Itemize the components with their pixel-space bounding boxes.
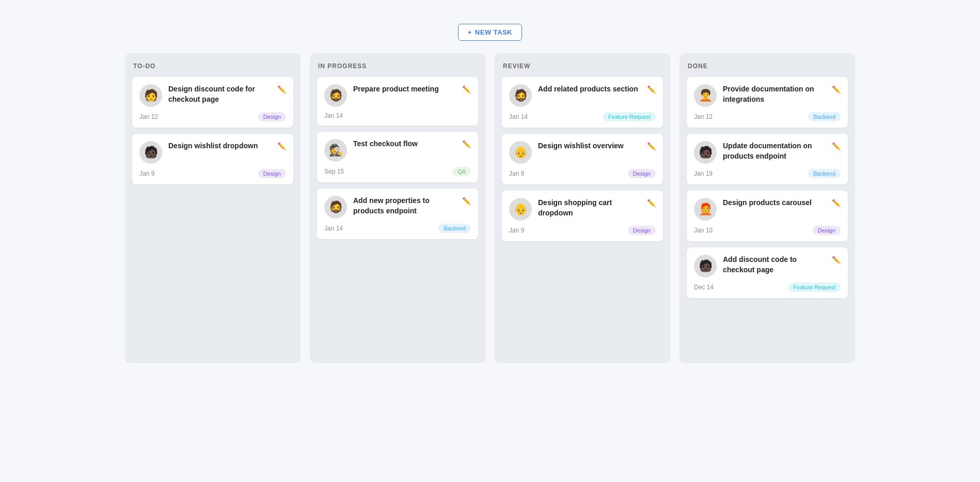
card-tag: Backend	[808, 169, 841, 178]
avatar: 🧑‍🦰	[694, 198, 717, 221]
avatar: 🧔	[509, 84, 532, 107]
new-task-button[interactable]: + NEW TASK	[458, 24, 522, 41]
card: 🧑🏿Add discount code to checkout page✏️De…	[687, 247, 848, 298]
card-top: 🧔Add related products section✏️	[509, 84, 656, 107]
card-top: 🧑‍🦱Provide documentation on integrations…	[694, 84, 841, 107]
column-header-review: REVIEW	[502, 63, 663, 70]
column-header-done: DONE	[687, 63, 848, 70]
edit-icon[interactable]: ✏️	[832, 85, 841, 94]
avatar: 🧔	[324, 196, 347, 219]
card-tag: QA	[452, 167, 471, 176]
edit-icon[interactable]: ✏️	[647, 199, 656, 207]
card: 🧔Add related products section✏️Jan 14Fea…	[502, 77, 663, 128]
card-top: 🧑🏿Design wishlist dropdown✏️	[139, 141, 286, 164]
card-title: Design products carousel	[723, 198, 826, 208]
card-top: 🧑🏿Add discount code to checkout page✏️	[694, 255, 841, 277]
edit-icon[interactable]: ✏️	[462, 197, 471, 205]
card-title-area: Design shopping cart dropdown	[538, 198, 641, 218]
card: 🧔Add new properties to products endpoint…	[317, 189, 478, 239]
edit-icon[interactable]: ✏️	[647, 85, 656, 94]
card-tag: Design	[813, 226, 841, 235]
card-title: Add related products section	[538, 84, 641, 95]
edit-icon[interactable]: ✏️	[832, 256, 841, 264]
cards-list-todo: 🧑Design discount code for checkout page✏…	[132, 77, 293, 184]
card: 👴Design shopping cart dropdown✏️Jan 9Des…	[502, 191, 663, 241]
avatar: 🧑🏿	[694, 255, 717, 277]
plus-icon: +	[468, 28, 472, 36]
card-tag: Feature Request	[603, 112, 656, 121]
edit-icon[interactable]: ✏️	[277, 142, 286, 150]
edit-icon[interactable]: ✏️	[832, 199, 841, 207]
column-todo: TO-DO🧑Design discount code for checkout …	[125, 53, 301, 363]
page-header: + NEW TASK	[10, 24, 970, 41]
card-date: Jan 9	[509, 227, 524, 234]
card-top: 🧑Design discount code for checkout page✏…	[139, 84, 286, 107]
card-date: Jan 12	[139, 113, 158, 120]
card-bottom: Jan 12Design	[139, 112, 286, 121]
avatar: 🧑🏿	[694, 141, 717, 164]
cards-list-review: 🧔Add related products section✏️Jan 14Fea…	[502, 77, 663, 241]
column-header-todo: TO-DO	[132, 63, 293, 70]
cards-list-done: 🧑‍🦱Provide documentation on integrations…	[687, 77, 848, 298]
card-top: 🕵️Test checkout flow✏️	[324, 139, 471, 162]
cards-list-inprogress: 🧔Prepare product meeting✏️Jan 14🕵️Test c…	[317, 77, 478, 239]
card-title: Design discount code for checkout page	[168, 84, 271, 104]
card-tag: Design	[628, 226, 656, 235]
card-tag: Design	[628, 169, 656, 178]
card-title: Test checkout flow	[353, 139, 456, 149]
card: 🕵️Test checkout flow✏️Sep 15QA	[317, 132, 478, 182]
avatar: 👴	[509, 141, 532, 164]
card-title: Update documentation on products endpoin…	[723, 141, 826, 161]
card-tag: Backend	[438, 224, 471, 233]
card-title-area: Add new properties to products endpoint	[353, 196, 456, 216]
edit-icon[interactable]: ✏️	[832, 142, 841, 150]
card-title: Design shopping cart dropdown	[538, 198, 641, 218]
card-title-area: Update documentation on products endpoin…	[723, 141, 826, 161]
card-title: Prepare product meeting	[353, 84, 456, 95]
card-date: Jan 9	[139, 170, 154, 177]
card-bottom: Jan 9Design	[509, 226, 656, 235]
card-date: Jan 8	[509, 170, 524, 177]
card-date: Dec 14	[694, 284, 714, 291]
card-top: 👴Design shopping cart dropdown✏️	[509, 198, 656, 221]
card-top: 👴Design wishlist overview✏️	[509, 141, 656, 164]
card-top: 🧑‍🦰Design products carousel✏️	[694, 198, 841, 221]
card-title-area: Add discount code to checkout page	[723, 255, 826, 275]
card-bottom: Jan 19Backend	[694, 169, 841, 178]
column-inprogress: IN PROGRESS🧔Prepare product meeting✏️Jan…	[310, 53, 485, 363]
avatar: 🧑‍🦱	[694, 84, 717, 107]
new-task-label: NEW TASK	[475, 28, 512, 36]
card-date: Jan 14	[324, 112, 343, 119]
card-title: Provide documentation on integrations	[723, 84, 826, 104]
edit-icon[interactable]: ✏️	[462, 140, 471, 148]
card-top: 🧔Prepare product meeting✏️	[324, 84, 471, 107]
card-bottom: Dec 14Feature Request	[694, 283, 841, 292]
card: 🧑🏿Design wishlist dropdown✏️Jan 9Design	[132, 134, 293, 184]
card-tag: Backend	[808, 112, 841, 121]
column-done: DONE🧑‍🦱Provide documentation on integrat…	[679, 53, 855, 363]
card-title-area: Prepare product meeting	[353, 84, 456, 95]
card-title-area: Design products carousel	[723, 198, 826, 208]
card: 🧔Prepare product meeting✏️Jan 14	[317, 77, 478, 126]
card-title-area: Test checkout flow	[353, 139, 456, 149]
edit-icon[interactable]: ✏️	[277, 85, 286, 94]
card-date: Jan 10	[694, 227, 713, 234]
card-title: Add new properties to products endpoint	[353, 196, 456, 216]
avatar: 🧑🏿	[139, 141, 162, 164]
card-bottom: Jan 9Design	[139, 169, 286, 178]
card-bottom: Jan 14Feature Request	[509, 112, 656, 121]
avatar: 🧔	[324, 84, 347, 107]
edit-icon[interactable]: ✏️	[462, 85, 471, 94]
card-bottom: Jan 14	[324, 112, 471, 119]
card-tag: Feature Request	[788, 283, 841, 292]
card-date: Jan 12	[694, 113, 713, 120]
edit-icon[interactable]: ✏️	[647, 142, 656, 150]
card-bottom: Jan 14Backend	[324, 224, 471, 233]
card-title-area: Design wishlist overview	[538, 141, 641, 151]
card: 🧑‍🦰Design products carousel✏️Jan 10Desig…	[687, 191, 848, 241]
card: 🧑Design discount code for checkout page✏…	[132, 77, 293, 128]
card-top: 🧔Add new properties to products endpoint…	[324, 196, 471, 219]
avatar: 👴	[509, 198, 532, 221]
card-title: Add discount code to checkout page	[723, 255, 826, 275]
card-tag: Design	[258, 169, 286, 178]
